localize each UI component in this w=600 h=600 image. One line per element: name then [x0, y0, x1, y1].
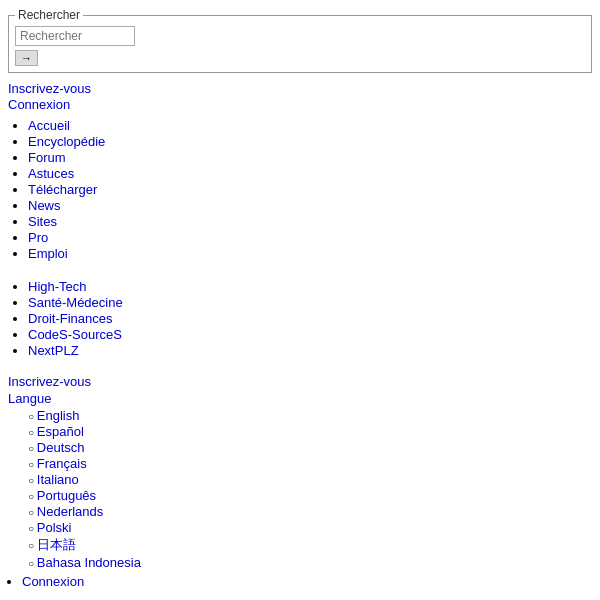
lang-espanol[interactable]: Español: [37, 424, 84, 439]
lang-english[interactable]: English: [37, 408, 80, 423]
nav-nextplz[interactable]: NextPLZ: [28, 343, 79, 358]
language-list: English Español Deutsch Français Italian…: [8, 408, 592, 570]
connexion-link-top[interactable]: Connexion: [8, 97, 592, 112]
search-button-top[interactable]: →: [15, 50, 38, 66]
inscrivez-vous-link-top[interactable]: Inscrivez-vous: [8, 81, 592, 96]
nav-pro[interactable]: Pro: [28, 230, 48, 245]
lang-deutsch[interactable]: Deutsch: [37, 440, 85, 455]
nav-news[interactable]: News: [28, 198, 61, 213]
lang-italiano[interactable]: Italiano: [37, 472, 79, 487]
lang-polski[interactable]: Polski: [37, 520, 72, 535]
lang-japanese[interactable]: 日本語: [37, 537, 76, 552]
inscrivez-vous-link-2[interactable]: Inscrivez-vous: [8, 374, 91, 389]
nav-astuces[interactable]: Astuces: [28, 166, 74, 181]
search-input-top[interactable]: [15, 26, 135, 46]
nav-droit[interactable]: Droit-Finances: [28, 311, 113, 326]
connexion-link-bottom[interactable]: Connexion: [22, 574, 84, 589]
nav-forum[interactable]: Forum: [28, 150, 66, 165]
nav-codes[interactable]: CodeS-SourceS: [28, 327, 122, 342]
nav-sante[interactable]: Santé-Médecine: [28, 295, 123, 310]
nav-hightech[interactable]: High-Tech: [28, 279, 87, 294]
nav-telecharger[interactable]: Télécharger: [28, 182, 97, 197]
nav-emploi[interactable]: Emploi: [28, 246, 68, 261]
nav-accueil[interactable]: Accueil: [28, 118, 70, 133]
search-legend: Rechercher: [15, 8, 83, 22]
nav-encyclopedie[interactable]: Encyclopédie: [28, 134, 105, 149]
langue-link[interactable]: Langue: [8, 391, 51, 406]
lang-portugues[interactable]: Português: [37, 488, 96, 503]
category-nav-list: High-Tech Santé-Médecine Droit-Finances …: [8, 279, 592, 358]
nav-sites[interactable]: Sites: [28, 214, 57, 229]
lang-francais[interactable]: Français: [37, 456, 87, 471]
main-nav-list: Accueil Encyclopédie Forum Astuces Téléc…: [8, 118, 592, 261]
lang-nederlands[interactable]: Nederlands: [37, 504, 104, 519]
lang-bahasa[interactable]: Bahasa Indonesia: [37, 555, 141, 570]
